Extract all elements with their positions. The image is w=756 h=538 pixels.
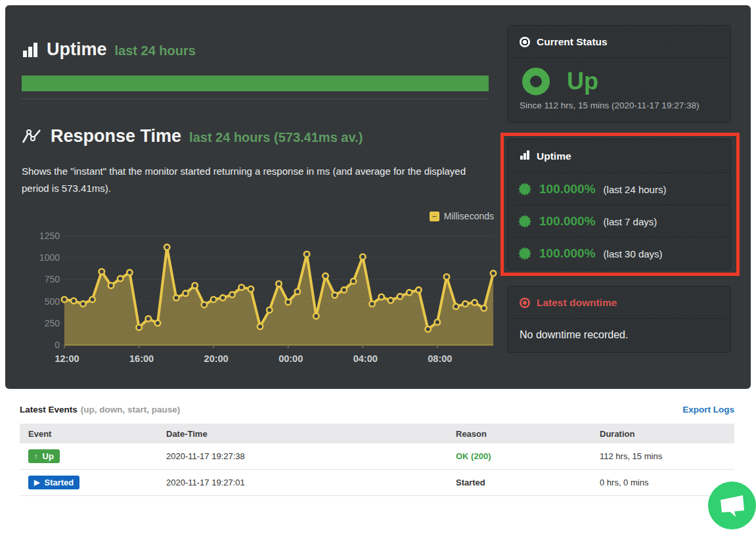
response-time-subtitle: last 24 hours (573.41ms av.) [189, 130, 363, 145]
chat-bubble-icon [718, 493, 747, 519]
section-divider [22, 99, 489, 99]
main-column: Uptime last 24 hours Response Time last … [22, 5, 494, 389]
up-donut-icon [522, 68, 550, 95]
uptime-period: (last 24 hours) [604, 184, 667, 195]
svg-text:08:00: 08:00 [428, 353, 452, 364]
uptime-row: 100.000% (last 30 days) [508, 237, 730, 269]
latest-downtime-card: Latest downtime No downtime recorded. [507, 286, 731, 353]
uptime-percentage: 100.000% [539, 246, 596, 261]
event-badge: ↑Up [28, 449, 60, 463]
uptime-title: Uptime [47, 39, 107, 60]
event-badge-label: Up [43, 451, 54, 461]
event-badge: ▶Started [28, 476, 79, 489]
column-header-event: Event [20, 429, 158, 439]
uptime-burst-icon [518, 215, 531, 228]
uptime-row: 100.000% (last 24 hours) [508, 173, 730, 205]
legend-label: Milliseconds [444, 211, 494, 221]
event-badge-label: Started [44, 478, 74, 487]
svg-text:500: 500 [45, 296, 60, 307]
latest-events-subtitle: (up, down, start, pause) [81, 405, 181, 415]
latest-downtime-header: Latest downtime [508, 286, 730, 319]
latest-events-section: Latest Events (up, down, start, pause) E… [20, 405, 734, 496]
event-duration: 112 hrs, 15 mins [591, 451, 734, 461]
latest-downtime-message: No downtime recorded. [508, 319, 730, 352]
events-table: Event Date-Time Reason Duration ↑Up 2020… [20, 424, 734, 496]
column-header-duration: Duration [591, 429, 734, 439]
current-status-card: Current Status Up Since 112 hrs, 15 mins… [507, 25, 731, 123]
svg-text:20:00: 20:00 [204, 353, 229, 364]
line-chart-icon [22, 128, 43, 145]
svg-text:750: 750 [45, 274, 60, 284]
side-column: Current Status Up Since 112 hrs, 15 mins… [507, 25, 731, 353]
column-header-reason: Reason [447, 429, 591, 439]
uptime-card-header: Uptime [508, 139, 730, 173]
event-row: ▶Started 2020-11-17 19:27:01 Started 0 h… [20, 470, 734, 496]
event-duration: 0 hrs, 0 mins [591, 478, 734, 487]
chat-widget-button[interactable] [708, 482, 756, 529]
svg-text:0: 0 [55, 340, 60, 350]
events-table-header: Event Date-Time Reason Duration [20, 424, 734, 443]
status-up-label: Up [567, 68, 598, 95]
status-bullseye-icon [520, 37, 530, 47]
event-reason: Started [447, 478, 591, 487]
uptime-subtitle: last 24 hours [115, 43, 196, 58]
uptime-period: (last 7 days) [604, 216, 657, 227]
uptime-card-wrapper: Uptime 100.000% (last 24 hours) 100.000%… [507, 139, 731, 270]
event-badge-icon: ↑ [34, 453, 38, 460]
svg-text:250: 250 [45, 318, 60, 328]
event-datetime: 2020-11-17 19:27:01 [158, 478, 447, 487]
uptime-burst-icon [518, 247, 531, 260]
latest-downtime-title: Latest downtime [537, 297, 617, 309]
chart-legend[interactable]: – Milliseconds [430, 211, 494, 221]
uptime-percentage: 100.000% [539, 182, 596, 196]
current-status-title: Current Status [537, 36, 608, 48]
response-time-description: Shows the "instant" that the monitor sta… [22, 163, 494, 196]
export-logs-link[interactable]: Export Logs [682, 405, 734, 415]
monitor-panel: Uptime last 24 hours Response Time last … [5, 5, 751, 389]
svg-text:1250: 1250 [39, 231, 60, 241]
svg-text:00:00: 00:00 [278, 353, 303, 364]
event-datetime: 2020-11-17 19:27:38 [158, 451, 447, 461]
downtime-bullseye-icon [520, 298, 530, 308]
response-time-chart: 02505007501000125012:0016:0020:0000:0004… [31, 223, 503, 365]
latest-events-title: Latest Events [20, 405, 78, 415]
response-time-title: Response Time [51, 126, 181, 146]
uptime-progress-bar [22, 76, 489, 91]
uptime-percentage: 100.000% [539, 214, 596, 229]
event-row: ↑Up 2020-11-17 19:27:38 OK (200) 112 hrs… [20, 443, 734, 470]
event-reason: OK (200) [447, 451, 591, 461]
event-badge-icon: ▶ [34, 479, 39, 486]
column-header-datetime: Date-Time [158, 429, 447, 439]
uptime-period: (last 30 days) [604, 248, 663, 259]
uptime-card: Uptime 100.000% (last 24 hours) 100.000%… [507, 139, 731, 270]
uptime-burst-icon [518, 183, 531, 196]
uptime-row: 100.000% (last 7 days) [508, 205, 730, 237]
svg-text:04:00: 04:00 [353, 353, 378, 364]
current-status-body: Up Since 112 hrs, 15 mins (2020-11-17 19… [508, 58, 730, 122]
response-time-section-header: Response Time last 24 hours (573.41ms av… [22, 126, 363, 146]
current-status-header: Current Status [508, 26, 730, 58]
status-since-text: Since 112 hrs, 15 mins (2020-11-17 19:27… [520, 101, 719, 110]
legend-swatch-icon: – [430, 212, 439, 221]
svg-text:12:00: 12:00 [55, 353, 79, 364]
svg-text:16:00: 16:00 [129, 353, 154, 364]
bar-chart-icon [22, 41, 39, 58]
svg-text:1000: 1000 [39, 252, 60, 263]
uptime-section-header: Uptime last 24 hours [22, 39, 196, 60]
bar-chart-small-icon [520, 150, 530, 163]
uptime-card-title: Uptime [537, 150, 571, 162]
